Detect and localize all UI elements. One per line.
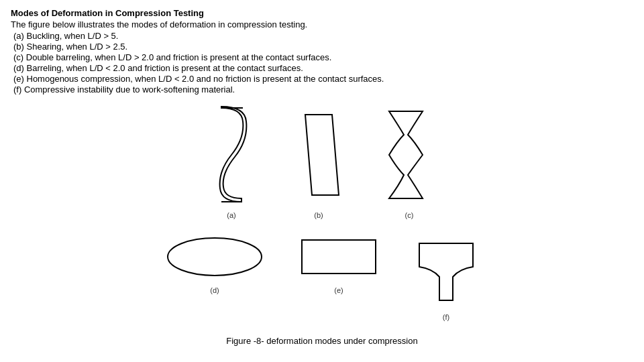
fig-f: (f) bbox=[409, 230, 483, 321]
svg-rect-6 bbox=[302, 240, 376, 274]
label-f: (f) bbox=[443, 313, 449, 321]
list-item-e: (e) Homogenous compression, when L/D < 2… bbox=[11, 74, 633, 84]
figures-container: (a) (b) (c) (d) bbox=[11, 101, 633, 346]
bottom-row: (d) (e) (f) bbox=[161, 230, 483, 321]
label-b: (b) bbox=[314, 211, 323, 219]
fig-e: (e) bbox=[295, 230, 382, 321]
fig-b: (b) bbox=[288, 101, 349, 219]
label-d: (d) bbox=[210, 286, 219, 294]
item-list: (a) Buckling, when L/D > 5. (b) Shearing… bbox=[11, 31, 633, 95]
title: Modes of Deformation in Compression Test… bbox=[11, 8, 633, 18]
label-e: (e) bbox=[334, 286, 343, 294]
fig-a: (a) bbox=[201, 101, 262, 219]
list-item-f: (f) Compressive instability due to work-… bbox=[11, 84, 633, 95]
label-c: (c) bbox=[405, 211, 414, 219]
fig-c: (c) bbox=[376, 101, 443, 219]
svg-marker-2 bbox=[305, 115, 339, 195]
label-a: (a) bbox=[227, 211, 235, 219]
fig-d: (d) bbox=[161, 230, 268, 321]
list-item-d: (d) Barreling, when L/D < 2.0 and fricti… bbox=[11, 63, 633, 73]
list-item-b: (b) Shearing, when L/D > 2.5. bbox=[11, 42, 633, 52]
list-item-c: (c) Double barreling, when L/D > 2.0 and… bbox=[11, 52, 633, 62]
top-row: (a) (b) (c) bbox=[201, 101, 443, 219]
caption: Figure -8- deformation modes under compr… bbox=[226, 336, 417, 346]
svg-point-5 bbox=[168, 238, 262, 276]
list-item-a: (a) Buckling, when L/D > 5. bbox=[11, 31, 633, 41]
intro: The figure below illustrates the modes o… bbox=[11, 19, 633, 29]
